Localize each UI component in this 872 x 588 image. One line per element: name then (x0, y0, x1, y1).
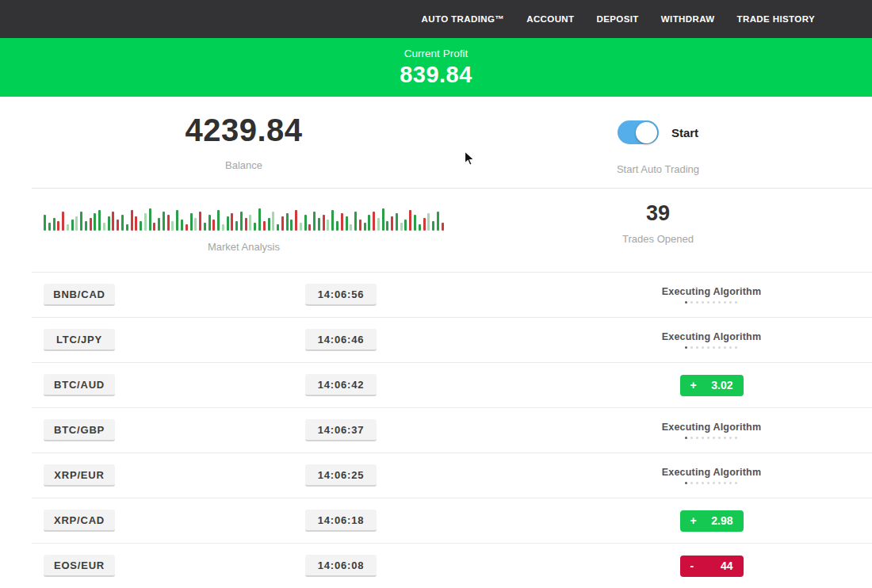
candle-bar (176, 210, 178, 231)
status-label: Executing Algorithm (662, 422, 762, 433)
result-value: 3.02 (711, 379, 732, 391)
nav-item-deposit[interactable]: DEPOSIT (597, 14, 639, 24)
nav-item-withdraw[interactable]: WITHDRAW (661, 14, 715, 24)
candle-bar (75, 216, 78, 231)
time-badge: 14:06:25 (305, 464, 377, 487)
candle-bar (304, 215, 307, 231)
balance-label: Balance (225, 159, 262, 171)
candle-bar (327, 220, 329, 231)
executing-status: Executing Algorithm (662, 422, 762, 439)
candle-bar (48, 223, 51, 231)
auto-trading-toggle[interactable] (618, 120, 659, 144)
trade-row: XRP/EUR14:06:25Executing Algorithm (32, 452, 872, 498)
progress-dot (685, 346, 687, 349)
candle-bar (121, 215, 124, 231)
progress-dot (685, 301, 687, 304)
candle-bar (263, 221, 266, 231)
executing-status: Executing Algorithm (662, 467, 762, 484)
candle-bar (53, 218, 55, 231)
top-navbar: AUTO TRADING™ACCOUNTDEPOSITWITHDRAWTRADE… (0, 0, 872, 38)
progress-dot (735, 346, 737, 349)
candle-bar (391, 216, 393, 231)
progress-dot (718, 301, 721, 304)
candle-bar (144, 213, 147, 231)
executing-status: Executing Algorithm (662, 286, 762, 304)
progress-dot (702, 346, 704, 349)
result-sign: - (690, 559, 694, 572)
candle-bar (295, 210, 297, 231)
progress-dot (718, 346, 721, 349)
trade-row: XRP/CAD14:06:18+2.98 (32, 498, 872, 543)
candle-bar (427, 213, 430, 231)
candle-bar (117, 220, 119, 231)
progress-dot (724, 482, 726, 484)
candle-bar (235, 221, 238, 231)
candle-bar (217, 210, 220, 231)
progress-dot (702, 301, 704, 304)
candle-bar (336, 221, 338, 231)
nav-item-account[interactable]: ACCOUNT (526, 14, 574, 24)
status-label: Executing Algorithm (662, 286, 762, 297)
candle-bar (382, 208, 384, 231)
nav-item-trade-history[interactable]: TRADE HISTORY (737, 14, 816, 24)
status-label: Executing Algorithm (662, 331, 762, 342)
candle-bar (158, 218, 160, 231)
trades-opened-caption: Trades Opened (622, 233, 694, 245)
progress-dot (713, 482, 715, 484)
progress-dots (662, 301, 762, 304)
progress-dot (729, 301, 732, 304)
progress-dot (735, 437, 737, 439)
candle-bar (181, 220, 183, 231)
candle-bar (400, 223, 403, 231)
auto-trading-block: Start Start Auto Trading (488, 97, 872, 188)
progress-dots (662, 482, 762, 484)
candle-bar (290, 220, 293, 231)
candle-bar (62, 212, 64, 231)
progress-dot (702, 437, 704, 439)
candle-bar (199, 212, 201, 231)
candle-bar (167, 215, 170, 231)
market-analysis-chart (44, 207, 444, 231)
current-profit-value: 839.84 (400, 62, 472, 88)
candle-bar (57, 221, 59, 231)
progress-dot (713, 301, 715, 304)
candle-bar (423, 218, 426, 231)
candle-bar (318, 218, 320, 231)
start-auto-trading-caption: Start Auto Trading (617, 163, 699, 175)
progress-dot (690, 437, 693, 439)
progress-dot (718, 437, 721, 439)
trade-row: BNB/CAD14:06:56Executing Algorithm (32, 272, 872, 317)
pair-badge: BTC/GBP (44, 419, 115, 441)
candle-bar (373, 212, 375, 231)
candle-bar (135, 216, 137, 231)
candle-bar (368, 215, 370, 231)
candle-bar (308, 224, 311, 231)
current-profit-label: Current Profit (404, 48, 468, 59)
progress-dot (729, 482, 732, 484)
progress-dot (707, 437, 709, 439)
candle-bar (71, 220, 74, 231)
time-badge: 14:06:46 (305, 329, 377, 351)
progress-dots (662, 437, 762, 439)
candle-bar (98, 210, 101, 231)
candle-bar (204, 223, 206, 231)
candle-bar (409, 210, 411, 231)
trades-table: BNB/CAD14:06:56Executing AlgorithmLTC/JP… (0, 272, 872, 588)
progress-dot (724, 346, 726, 349)
progress-dot (696, 482, 698, 484)
candle-bar (281, 216, 284, 231)
candle-bar (185, 224, 188, 231)
progress-dot (707, 482, 709, 484)
progress-dot (690, 346, 693, 349)
progress-dot (685, 482, 687, 484)
pair-badge: XRP/EUR (44, 464, 115, 487)
candle-bar (437, 212, 439, 231)
progress-dot (735, 301, 737, 304)
nav-item-auto-trading[interactable]: AUTO TRADING™ (422, 14, 505, 24)
result-value: 44 (721, 559, 733, 572)
candle-bar (258, 208, 261, 231)
result-badge: +3.02 (680, 375, 744, 396)
progress-dot (707, 301, 709, 304)
progress-dot (724, 301, 726, 304)
candle-bar (249, 215, 251, 231)
